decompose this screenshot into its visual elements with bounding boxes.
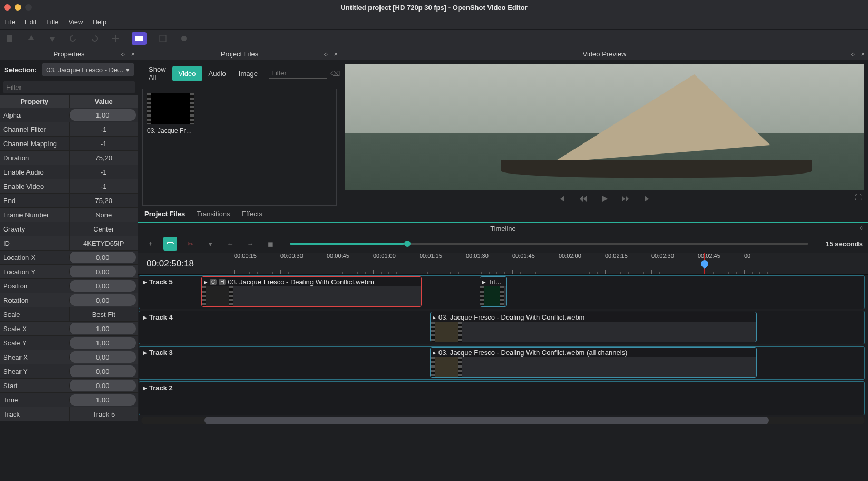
fullscreen-icon[interactable] — [158, 34, 168, 43]
clip[interactable]: ▸ C H 03. Jacque Fresco - Dealing With C… — [201, 276, 422, 307]
property-row[interactable]: Position0,00 — [0, 278, 138, 293]
files-filter-input[interactable] — [269, 68, 327, 79]
rewind-icon[interactable] — [579, 195, 588, 205]
property-row[interactable]: Scale X1,00 — [0, 321, 138, 335]
export-icon[interactable] — [179, 34, 189, 43]
property-value[interactable]: 0,00 — [69, 351, 136, 363]
jump-end-icon[interactable] — [642, 195, 651, 205]
tab-image[interactable]: Image — [232, 66, 264, 81]
menu-file[interactable]: File — [4, 18, 15, 26]
clip-expand-icon[interactable]: ▸ — [433, 349, 436, 357]
tab-transitions[interactable]: Transitions — [196, 208, 231, 220]
prev-marker-icon[interactable]: ← — [223, 237, 237, 251]
clear-filter-icon[interactable]: ⌫ — [330, 70, 340, 78]
property-value[interactable]: 0,00 — [69, 294, 136, 306]
property-row[interactable]: ScaleBest Fit — [0, 307, 138, 321]
preview-fullscreen-icon[interactable]: ⛶ — [855, 194, 862, 201]
profile-icon[interactable] — [132, 32, 147, 45]
add-track-icon[interactable]: ＋ — [143, 237, 157, 251]
panel-float-icon[interactable]: ◇ — [860, 225, 864, 230]
property-row[interactable]: ID4KETYD65IP — [0, 236, 138, 250]
property-row[interactable]: Time1,00 — [0, 392, 138, 407]
property-value[interactable]: 0,00 — [69, 252, 136, 263]
property-row[interactable]: Enable Audio-1 — [0, 165, 138, 179]
save-icon[interactable] — [47, 34, 57, 43]
property-row[interactable]: Rotation0,00 — [0, 293, 138, 307]
property-row[interactable]: Alpha1,00 — [0, 108, 138, 122]
property-row[interactable]: Scale Y1,00 — [0, 335, 138, 350]
file-item[interactable]: 03. Jacque Fre... — [147, 93, 332, 134]
property-value[interactable]: 4KETYD65IP — [69, 236, 139, 250]
panel-float-icon[interactable]: ◇ — [121, 51, 125, 57]
track-expand-icon[interactable]: ▸ — [143, 278, 147, 286]
property-value[interactable]: 1,00 — [69, 337, 136, 349]
property-value[interactable]: Track 5 — [69, 407, 139, 421]
clip-expand-icon[interactable]: ▸ — [433, 313, 436, 321]
undo-icon[interactable] — [69, 34, 78, 43]
panel-float-icon[interactable]: ◇ — [851, 51, 855, 57]
timeline-scrollbar[interactable] — [141, 417, 865, 424]
center-playhead-icon[interactable]: ◼ — [264, 237, 277, 251]
tab-video[interactable]: Video — [172, 66, 202, 81]
tab-project-files[interactable]: Project Files — [143, 208, 186, 220]
property-row[interactable]: Duration75,20 — [0, 150, 138, 165]
timeline-ruler[interactable]: 00:00:1500:00:3000:00:4500:01:0000:01:15… — [202, 253, 868, 274]
property-value[interactable]: 0,00 — [69, 380, 136, 391]
property-row[interactable]: Shear Y0,00 — [0, 364, 138, 378]
property-value[interactable]: 75,20 — [69, 151, 139, 165]
property-value[interactable]: 1,00 — [69, 323, 136, 334]
property-row[interactable]: Location Y0,00 — [0, 264, 138, 278]
property-row[interactable]: Shear X0,00 — [0, 350, 138, 364]
maximize-icon[interactable] — [25, 4, 32, 11]
tab-audio[interactable]: Audio — [202, 66, 232, 81]
property-value[interactable]: 1,00 — [69, 394, 136, 406]
track-expand-icon[interactable]: ▸ — [143, 313, 147, 321]
minimize-icon[interactable] — [15, 4, 21, 11]
preview-viewport[interactable] — [345, 64, 864, 190]
tracks-container[interactable]: ▸Track 5 ▸ C H 03. Jacque Fresco - Deali… — [138, 275, 868, 481]
property-value[interactable]: 0,00 — [69, 266, 136, 277]
panel-close-icon[interactable]: × — [334, 50, 338, 58]
property-row[interactable]: End75,20 — [0, 193, 138, 207]
clip[interactable]: ▸Tit... — [480, 276, 507, 307]
property-value[interactable]: 1,00 — [69, 109, 136, 121]
property-value[interactable]: 0,00 — [69, 280, 136, 292]
property-value[interactable]: 0,00 — [69, 365, 136, 377]
property-value[interactable]: -1 — [69, 137, 139, 150]
property-value[interactable]: 75,20 — [69, 194, 139, 207]
track-expand-icon[interactable]: ▸ — [143, 384, 147, 392]
menu-help[interactable]: Help — [92, 18, 106, 26]
play-icon[interactable] — [600, 195, 609, 205]
property-row[interactable]: Location X0,00 — [0, 250, 138, 264]
property-row[interactable]: Channel Filter-1 — [0, 122, 138, 136]
panel-float-icon[interactable]: ◇ — [324, 51, 328, 57]
files-grid[interactable]: 03. Jacque Fre... — [142, 89, 337, 206]
property-value[interactable]: None — [69, 208, 139, 222]
menu-title[interactable]: Title — [46, 18, 58, 26]
timecode-display[interactable]: 00:02:50:18 — [138, 253, 202, 274]
clip[interactable]: ▸03. Jacque Fresco - Dealing With Confli… — [430, 347, 757, 378]
forward-icon[interactable] — [621, 195, 630, 205]
redo-icon[interactable] — [90, 34, 99, 43]
selection-combo[interactable]: 03. Jacque Fresco - De... ▾ — [42, 63, 134, 76]
track-expand-icon[interactable]: ▸ — [143, 349, 147, 357]
panel-close-icon[interactable]: × — [861, 50, 865, 58]
property-value[interactable]: -1 — [69, 122, 139, 136]
property-value[interactable]: Center — [69, 222, 139, 236]
new-project-icon[interactable] — [5, 34, 15, 43]
jump-start-icon[interactable] — [558, 195, 567, 205]
property-value[interactable]: Best Fit — [69, 307, 139, 321]
tab-show-all[interactable]: Show All — [142, 62, 172, 84]
menu-edit[interactable]: Edit — [25, 18, 36, 26]
tab-effects[interactable]: Effects — [240, 208, 264, 220]
property-row[interactable]: Channel Mapping-1 — [0, 136, 138, 150]
property-value[interactable]: -1 — [69, 179, 139, 193]
add-icon[interactable] — [111, 34, 120, 43]
property-row[interactable]: GravityCenter — [0, 222, 138, 236]
zoom-slider[interactable] — [290, 243, 808, 245]
clip[interactable]: ▸03. Jacque Fresco - Dealing With Confli… — [430, 312, 757, 342]
panel-close-icon[interactable]: × — [131, 50, 135, 58]
property-row[interactable]: Frame NumberNone — [0, 207, 138, 222]
property-row[interactable]: Enable Video-1 — [0, 179, 138, 193]
snap-icon[interactable] — [163, 237, 177, 251]
